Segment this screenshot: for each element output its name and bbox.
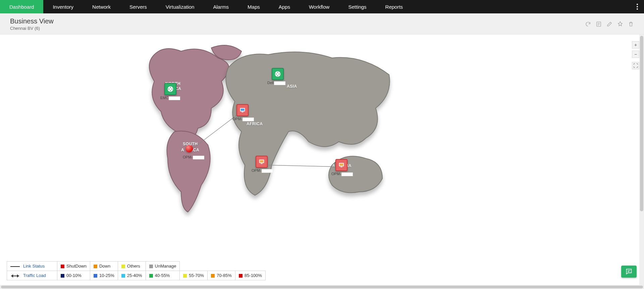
- nav-tab-servers[interactable]: Servers: [120, 0, 156, 13]
- legend-row-traffic-load: Traffic Load 00-10% 10-25% 25-40% 40-55%…: [7, 271, 266, 280]
- legend-item-70-85: 70-85%: [208, 271, 235, 280]
- monitor-icon: [239, 106, 246, 114]
- legend-item-00-10: 00-10%: [57, 271, 90, 280]
- legend-item-25-40: 25-40%: [118, 271, 146, 280]
- export-icon[interactable]: [596, 21, 602, 27]
- node-aus-host[interactable]: [335, 159, 347, 171]
- legend-item-others: Others: [118, 262, 146, 271]
- fullscreen-button[interactable]: ⛶: [632, 62, 639, 69]
- node-sa-label: OPM-: [183, 155, 204, 159]
- legend-traffic-load-label[interactable]: Traffic Load: [23, 273, 46, 278]
- node-na-router[interactable]: [164, 83, 176, 95]
- svg-rect-9: [260, 160, 264, 162]
- legend-item-55-70: 55-70%: [180, 271, 208, 280]
- nav-tab-reports[interactable]: Reports: [376, 0, 413, 13]
- vertical-scrollbar[interactable]: [639, 34, 644, 285]
- monitor-icon: [338, 161, 345, 169]
- node-na-label: EMC: [160, 96, 180, 100]
- zoom-in-button[interactable]: +: [632, 41, 639, 49]
- horizontal-scrollbar[interactable]: [0, 285, 644, 289]
- svg-rect-10: [261, 163, 263, 164]
- refresh-icon[interactable]: [585, 21, 591, 27]
- node-sa-dot[interactable]: [185, 145, 193, 152]
- nav-tab-virtualization[interactable]: Virtualization: [156, 0, 204, 13]
- nav-tab-dashboard[interactable]: Dashboard: [0, 0, 43, 13]
- zoom-controls: + − ⛶: [632, 41, 639, 69]
- page-title: Business View: [10, 17, 585, 25]
- legend-panel: Link Status ShutDown Down Others UnManag…: [7, 261, 266, 280]
- node-safrica-label: OPM-: [252, 168, 273, 173]
- svg-rect-6: [241, 109, 245, 111]
- legend-item-down: Down: [90, 262, 118, 271]
- monitor-icon: [258, 158, 265, 165]
- router-icon: [274, 70, 281, 78]
- edit-icon[interactable]: [606, 21, 612, 27]
- legend-item-40-55: 40-55%: [146, 271, 180, 280]
- delete-icon[interactable]: [628, 21, 634, 27]
- legend-link-status-label[interactable]: Link Status: [23, 264, 45, 269]
- node-africa-label: OPM-: [232, 117, 254, 121]
- nav-tab-inventory[interactable]: Inventory: [43, 0, 83, 13]
- map-viewport[interactable]: + − ⛶ NORTH CA SOUTH A ICA: [0, 34, 639, 285]
- title-actions: [585, 21, 634, 27]
- legend-item-shutdown: ShutDown: [57, 262, 90, 271]
- continent-south-america: [154, 128, 221, 215]
- node-africa-host[interactable]: [236, 104, 249, 116]
- node-aus-label: OPM-: [331, 172, 353, 176]
- pin-icon[interactable]: [617, 21, 623, 27]
- nav-tab-settings[interactable]: Settings: [339, 0, 376, 13]
- legend-item-10-25: 10-25%: [90, 271, 118, 280]
- nav-tab-workflow[interactable]: Workflow: [300, 0, 339, 13]
- node-asia-label: Dell: [267, 81, 285, 85]
- chat-button[interactable]: [621, 266, 637, 278]
- svg-rect-12: [340, 163, 343, 165]
- main-area: + − ⛶ NORTH CA SOUTH A ICA: [0, 34, 644, 285]
- arrow-icon: [10, 274, 20, 278]
- node-asia-router[interactable]: [272, 68, 284, 80]
- nav-tab-network[interactable]: Network: [83, 0, 120, 13]
- top-nav: Dashboard Inventory Network Servers Virt…: [0, 0, 644, 13]
- nav-tab-apps[interactable]: Apps: [269, 0, 300, 13]
- router-icon: [167, 85, 174, 93]
- page-subtitle: Chennai BV (6): [10, 26, 585, 31]
- svg-rect-13: [340, 167, 342, 167]
- world-map[interactable]: + − ⛶ NORTH CA SOUTH A ICA: [0, 34, 639, 285]
- kebab-icon: [637, 4, 638, 10]
- svg-rect-7: [241, 112, 244, 113]
- zoom-out-button[interactable]: −: [632, 51, 639, 58]
- legend-item-85-100: 85-100%: [235, 271, 265, 280]
- chat-icon: [625, 268, 633, 275]
- legend-item-unmanage: UnManage: [146, 262, 180, 271]
- nav-tab-maps[interactable]: Maps: [238, 0, 269, 13]
- line-icon: [10, 266, 20, 267]
- node-safrica-host[interactable]: [256, 156, 268, 168]
- nav-more-menu[interactable]: [631, 0, 644, 13]
- legend-row-link-status: Link Status ShutDown Down Others UnManag…: [7, 262, 266, 271]
- title-bar: Business View Chennai BV (6): [0, 13, 644, 34]
- nav-tab-alarms[interactable]: Alarms: [204, 0, 238, 13]
